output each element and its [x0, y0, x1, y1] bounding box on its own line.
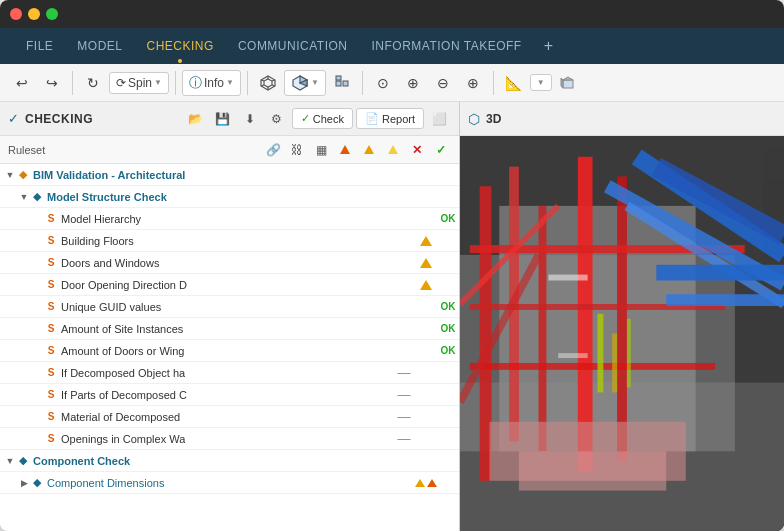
warn-triangle-icon	[420, 280, 432, 290]
menu-information-takeoff[interactable]: INFORMATION TAKEOFF	[361, 35, 531, 57]
row-col1: —	[393, 365, 415, 380]
s-icon: S	[44, 234, 58, 248]
measure-arrow-icon: ▼	[537, 78, 545, 87]
spin-arrow-icon: ▼	[154, 78, 162, 87]
spin-dropdown[interactable]: ⟳ Spin ▼	[109, 72, 169, 94]
menu-file[interactable]: FILE	[16, 35, 63, 57]
row-label: Unique GUID values	[61, 301, 161, 313]
table-row[interactable]: S If Decomposed Object ha —	[0, 362, 459, 384]
expand-icon[interactable]: ▼	[4, 455, 16, 467]
report-button[interactable]: 📄 Report	[356, 108, 424, 129]
table-row[interactable]: ▼ ◆ BIM Validation - Architectural	[0, 164, 459, 186]
expand-icon[interactable]: ▼	[4, 169, 16, 181]
row-label: Component Check	[33, 455, 130, 467]
row-cell-main: S If Decomposed Object ha	[0, 366, 393, 380]
s-icon: S	[44, 212, 58, 226]
info-dropdown[interactable]: ⓘ Info ▼	[182, 70, 241, 96]
bim-icon: ◆	[16, 454, 30, 468]
row-label: Door Opening Direction D	[61, 279, 187, 291]
table-row[interactable]: ▼ ◆ Model Structure Check	[0, 186, 459, 208]
info-label: Info	[204, 76, 224, 90]
warn-col2-icon	[359, 140, 379, 160]
table-row[interactable]: S Model Hierarchy OK	[0, 208, 459, 230]
table-icon[interactable]: ▦	[311, 140, 331, 160]
3d-scene	[460, 136, 784, 531]
s-icon: S	[44, 278, 58, 292]
menu-bar: FILE MODEL CHECKING COMMUNICATION INFORM…	[0, 28, 784, 64]
view-cube-button[interactable]	[554, 69, 582, 97]
open-folder-button[interactable]: 📂	[184, 107, 208, 131]
ruleset-label: Ruleset	[8, 144, 259, 156]
expand-icon[interactable]: ▼	[18, 191, 30, 203]
expand-icon	[32, 235, 44, 247]
expand-icon[interactable]: ▶	[18, 477, 30, 489]
maximize-panel-button[interactable]: ⬜	[427, 107, 451, 131]
zoom-out-button[interactable]: ⊖	[429, 69, 457, 97]
table-row[interactable]: S Amount of Doors or Wing OK	[0, 340, 459, 362]
view-dropdown[interactable]: ▼	[284, 70, 326, 96]
check-button[interactable]: ✓ Check	[292, 108, 353, 129]
table-row[interactable]: S Unique GUID values OK	[0, 296, 459, 318]
s-icon: S	[44, 256, 58, 270]
status-ok: OK	[441, 323, 456, 334]
menu-model[interactable]: MODEL	[67, 35, 132, 57]
row-label: Doors and Windows	[61, 257, 159, 269]
svg-rect-23	[539, 206, 547, 451]
row-cell-main: ▶ ◆ Component Dimensions	[0, 476, 393, 490]
table-row[interactable]: S Amount of Site Instances OK	[0, 318, 459, 340]
expand-icon	[32, 367, 44, 379]
measure-dropdown[interactable]: ▼	[530, 74, 552, 91]
download-button[interactable]: ⬇	[238, 107, 262, 131]
bim-icon: ◆	[16, 168, 30, 182]
row-label: BIM Validation - Architectural	[33, 169, 185, 181]
bim-icon: ◆	[30, 476, 44, 490]
refresh-button[interactable]: ↻	[79, 69, 107, 97]
row-col1: —	[393, 387, 415, 402]
table-row[interactable]: S If Parts of Decomposed C —	[0, 384, 459, 406]
panel-header-3d: ⬡ 3D	[460, 102, 784, 136]
maximize-button[interactable]	[46, 8, 58, 20]
undo-button[interactable]: ↩	[8, 69, 36, 97]
row-col2	[415, 280, 437, 290]
measure-button[interactable]: 📐	[500, 69, 528, 97]
menu-checking[interactable]: CHECKING	[137, 35, 224, 57]
report-icon: 📄	[365, 112, 379, 125]
settings-button[interactable]: ⚙	[265, 107, 289, 131]
s-icon: S	[44, 432, 58, 446]
redo-button[interactable]: ↪	[38, 69, 66, 97]
svg-rect-37	[597, 314, 603, 393]
link-icon[interactable]: 🔗	[263, 140, 283, 160]
expand-icon	[32, 389, 44, 401]
table-row[interactable]: ▼ ◆ Component Check	[0, 450, 459, 472]
cube-wireframe-button[interactable]	[254, 69, 282, 97]
row-col2	[415, 479, 437, 487]
table-row[interactable]: S Openings in Complex Wa —	[0, 428, 459, 450]
spin-icon: ⟳	[116, 76, 126, 90]
viewport-3d[interactable]	[460, 136, 784, 531]
menu-communication[interactable]: COMMUNICATION	[228, 35, 358, 57]
main-window: FILE MODEL CHECKING COMMUNICATION INFORM…	[0, 0, 784, 531]
svg-rect-13	[336, 76, 341, 80]
table-row[interactable]: S Building Floors	[0, 230, 459, 252]
s-icon: S	[44, 344, 58, 358]
table-row[interactable]: S Doors and Windows	[0, 252, 459, 274]
table-row[interactable]: S Door Opening Direction D	[0, 274, 459, 296]
row-col3: OK	[437, 345, 459, 356]
zoom-window-button[interactable]: ⊕	[459, 69, 487, 97]
s-icon: S	[44, 410, 58, 424]
row-cell-main: S Door Opening Direction D	[0, 278, 393, 292]
minimize-button[interactable]	[28, 8, 40, 20]
svg-rect-34	[666, 294, 784, 306]
menu-add[interactable]: +	[536, 33, 562, 59]
unlink-icon[interactable]: ⛓	[287, 140, 307, 160]
zoom-fit-button[interactable]: ⊙	[369, 69, 397, 97]
row-cell-main: S Material of Decomposed	[0, 410, 393, 424]
zoom-in-button[interactable]: ⊕	[399, 69, 427, 97]
close-button[interactable]	[10, 8, 22, 20]
tree-table: ▼ ◆ BIM Validation - Architectural ▼ ◆ M…	[0, 164, 459, 531]
table-row[interactable]: S Material of Decomposed —	[0, 406, 459, 428]
explode-button[interactable]	[328, 69, 356, 97]
table-row[interactable]: ▶ ◆ Component Dimensions	[0, 472, 459, 494]
save-button[interactable]: 💾	[211, 107, 235, 131]
row-col1: —	[393, 409, 415, 424]
